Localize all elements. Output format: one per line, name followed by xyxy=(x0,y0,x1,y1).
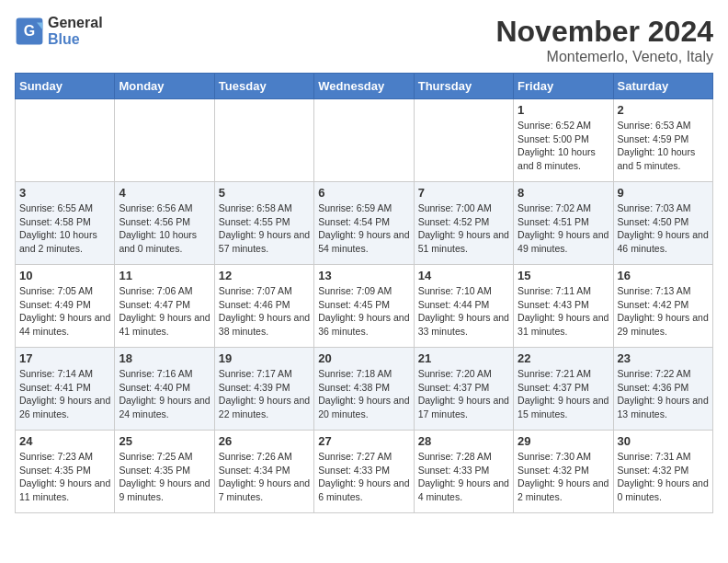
day-number: 3 xyxy=(19,186,110,200)
logo-icon: G xyxy=(15,17,44,46)
day-info: Sunrise: 7:30 AM Sunset: 4:32 PM Dayligh… xyxy=(518,450,609,504)
header-friday: Friday xyxy=(514,74,613,99)
calendar-table: SundayMondayTuesdayWednesdayThursdayFrid… xyxy=(15,73,713,513)
day-number: 9 xyxy=(618,186,709,200)
day-info: Sunrise: 7:31 AM Sunset: 4:32 PM Dayligh… xyxy=(618,450,709,504)
calendar-cell-w4-d2: 18Sunrise: 7:16 AM Sunset: 4:40 PM Dayli… xyxy=(115,348,214,431)
header-sunday: Sunday xyxy=(16,74,115,99)
day-info: Sunrise: 7:13 AM Sunset: 4:42 PM Dayligh… xyxy=(618,284,709,339)
day-number: 13 xyxy=(318,269,409,282)
day-number: 6 xyxy=(318,186,409,200)
calendar-cell-w1-d1 xyxy=(16,99,115,182)
header-saturday: Saturday xyxy=(613,74,712,99)
day-number: 4 xyxy=(119,186,210,200)
day-info: Sunrise: 6:53 AM Sunset: 4:59 PM Dayligh… xyxy=(618,119,709,173)
day-info: Sunrise: 7:05 AM Sunset: 4:49 PM Dayligh… xyxy=(19,284,110,339)
day-info: Sunrise: 7:09 AM Sunset: 4:45 PM Dayligh… xyxy=(318,284,409,339)
logo: G General Blue xyxy=(15,15,103,48)
day-number: 17 xyxy=(19,351,110,365)
day-number: 12 xyxy=(219,269,310,282)
day-number: 5 xyxy=(219,186,310,200)
calendar-cell-w2-d7: 9Sunrise: 7:03 AM Sunset: 4:50 PM Daylig… xyxy=(613,182,712,265)
logo-container: G General Blue xyxy=(15,15,103,48)
week-row-2: 3Sunrise: 6:55 AM Sunset: 4:58 PM Daylig… xyxy=(16,182,713,265)
day-info: Sunrise: 7:16 AM Sunset: 4:40 PM Dayligh… xyxy=(119,367,210,421)
day-info: Sunrise: 7:20 AM Sunset: 4:37 PM Dayligh… xyxy=(418,367,509,421)
calendar-cell-w4-d7: 23Sunrise: 7:22 AM Sunset: 4:36 PM Dayli… xyxy=(613,348,712,431)
weekday-header-row: SundayMondayTuesdayWednesdayThursdayFrid… xyxy=(16,74,713,99)
day-info: Sunrise: 7:17 AM Sunset: 4:39 PM Dayligh… xyxy=(219,367,310,421)
header-wednesday: Wednesday xyxy=(314,74,414,99)
day-info: Sunrise: 7:10 AM Sunset: 4:44 PM Dayligh… xyxy=(418,284,509,339)
day-info: Sunrise: 7:06 AM Sunset: 4:47 PM Dayligh… xyxy=(119,284,210,339)
day-info: Sunrise: 7:18 AM Sunset: 4:38 PM Dayligh… xyxy=(318,367,409,421)
day-info: Sunrise: 6:58 AM Sunset: 4:55 PM Dayligh… xyxy=(219,201,310,256)
week-row-5: 24Sunrise: 7:23 AM Sunset: 4:35 PM Dayli… xyxy=(16,431,713,513)
day-number: 30 xyxy=(618,434,709,448)
page-header: G General Blue November 2024 Montemerlo,… xyxy=(15,15,713,65)
day-info: Sunrise: 7:28 AM Sunset: 4:33 PM Dayligh… xyxy=(418,450,509,504)
header-monday: Monday xyxy=(115,74,214,99)
day-number: 10 xyxy=(19,269,110,282)
calendar-cell-w4-d3: 19Sunrise: 7:17 AM Sunset: 4:39 PM Dayli… xyxy=(214,348,313,431)
calendar-cell-w2-d2: 4Sunrise: 6:56 AM Sunset: 4:56 PM Daylig… xyxy=(115,182,214,265)
day-number: 20 xyxy=(318,351,409,365)
calendar-cell-w1-d2 xyxy=(115,99,214,182)
day-info: Sunrise: 7:11 AM Sunset: 4:43 PM Dayligh… xyxy=(518,284,609,339)
day-info: Sunrise: 7:00 AM Sunset: 4:52 PM Dayligh… xyxy=(418,201,509,256)
location-title: Montemerlo, Veneto, Italy xyxy=(495,49,713,65)
day-number: 29 xyxy=(518,434,609,448)
header-tuesday: Tuesday xyxy=(214,74,313,99)
calendar-cell-w3-d2: 11Sunrise: 7:06 AM Sunset: 4:47 PM Dayli… xyxy=(115,265,214,348)
day-info: Sunrise: 7:03 AM Sunset: 4:50 PM Dayligh… xyxy=(618,201,709,256)
day-info: Sunrise: 7:21 AM Sunset: 4:37 PM Dayligh… xyxy=(518,367,609,421)
calendar-cell-w5-d1: 24Sunrise: 7:23 AM Sunset: 4:35 PM Dayli… xyxy=(16,431,115,513)
calendar-cell-w4-d6: 22Sunrise: 7:21 AM Sunset: 4:37 PM Dayli… xyxy=(514,348,613,431)
calendar-cell-w4-d1: 17Sunrise: 7:14 AM Sunset: 4:41 PM Dayli… xyxy=(16,348,115,431)
calendar-cell-w2-d6: 8Sunrise: 7:02 AM Sunset: 4:51 PM Daylig… xyxy=(514,182,613,265)
svg-text:G: G xyxy=(24,23,35,39)
calendar-cell-w5-d5: 28Sunrise: 7:28 AM Sunset: 4:33 PM Dayli… xyxy=(414,431,513,513)
calendar-cell-w2-d1: 3Sunrise: 6:55 AM Sunset: 4:58 PM Daylig… xyxy=(16,182,115,265)
day-info: Sunrise: 6:55 AM Sunset: 4:58 PM Dayligh… xyxy=(19,201,110,256)
calendar-cell-w3-d1: 10Sunrise: 7:05 AM Sunset: 4:49 PM Dayli… xyxy=(16,265,115,348)
calendar-cell-w1-d5 xyxy=(414,99,513,182)
day-info: Sunrise: 7:02 AM Sunset: 4:51 PM Dayligh… xyxy=(518,201,609,256)
day-number: 19 xyxy=(219,351,310,365)
calendar-cell-w2-d3: 5Sunrise: 6:58 AM Sunset: 4:55 PM Daylig… xyxy=(214,182,313,265)
calendar-cell-w1-d7: 2Sunrise: 6:53 AM Sunset: 4:59 PM Daylig… xyxy=(613,99,712,182)
day-number: 14 xyxy=(418,269,509,282)
calendar-cell-w4-d4: 20Sunrise: 7:18 AM Sunset: 4:38 PM Dayli… xyxy=(314,348,414,431)
logo-text: General Blue xyxy=(48,15,103,48)
calendar-cell-w5-d4: 27Sunrise: 7:27 AM Sunset: 4:33 PM Dayli… xyxy=(314,431,414,513)
day-info: Sunrise: 7:07 AM Sunset: 4:46 PM Dayligh… xyxy=(219,284,310,339)
calendar-cell-w3-d5: 14Sunrise: 7:10 AM Sunset: 4:44 PM Dayli… xyxy=(414,265,513,348)
day-number: 8 xyxy=(518,186,609,200)
day-number: 21 xyxy=(418,351,509,365)
day-info: Sunrise: 7:22 AM Sunset: 4:36 PM Dayligh… xyxy=(618,367,709,421)
calendar-cell-w1-d4 xyxy=(314,99,414,182)
header-thursday: Thursday xyxy=(414,74,513,99)
day-number: 18 xyxy=(119,351,210,365)
day-info: Sunrise: 6:52 AM Sunset: 5:00 PM Dayligh… xyxy=(518,119,609,173)
calendar-cell-w1-d3 xyxy=(214,99,313,182)
day-number: 22 xyxy=(518,351,609,365)
day-number: 27 xyxy=(318,434,409,448)
day-number: 16 xyxy=(618,269,709,282)
day-number: 26 xyxy=(219,434,310,448)
week-row-4: 17Sunrise: 7:14 AM Sunset: 4:41 PM Dayli… xyxy=(16,348,713,431)
month-title: November 2024 xyxy=(495,15,713,49)
calendar-cell-w5-d7: 30Sunrise: 7:31 AM Sunset: 4:32 PM Dayli… xyxy=(613,431,712,513)
day-number: 15 xyxy=(518,269,609,282)
day-number: 1 xyxy=(518,103,609,117)
day-number: 24 xyxy=(19,434,110,448)
day-info: Sunrise: 7:23 AM Sunset: 4:35 PM Dayligh… xyxy=(19,450,110,504)
day-info: Sunrise: 7:26 AM Sunset: 4:34 PM Dayligh… xyxy=(219,450,310,504)
calendar-cell-w2-d5: 7Sunrise: 7:00 AM Sunset: 4:52 PM Daylig… xyxy=(414,182,513,265)
calendar-cell-w5-d2: 25Sunrise: 7:25 AM Sunset: 4:35 PM Dayli… xyxy=(115,431,214,513)
day-number: 2 xyxy=(618,103,709,117)
day-number: 11 xyxy=(119,269,210,282)
day-number: 7 xyxy=(418,186,509,200)
week-row-1: 1Sunrise: 6:52 AM Sunset: 5:00 PM Daylig… xyxy=(16,99,713,182)
calendar-cell-w3-d7: 16Sunrise: 7:13 AM Sunset: 4:42 PM Dayli… xyxy=(613,265,712,348)
